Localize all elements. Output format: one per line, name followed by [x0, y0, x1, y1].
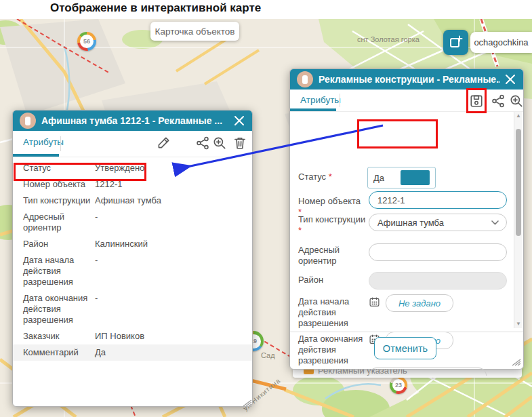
attribute-row: Номер объекта1212-1 — [13, 176, 252, 193]
map-label-settlement: снт Золотая горка — [357, 35, 420, 43]
cluster-marker-56[interactable]: 56 — [77, 32, 96, 51]
zoom-to-icon[interactable] — [509, 94, 524, 108]
tab-underline — [290, 108, 336, 111]
attribute-row: СтатусУтверждено — [13, 160, 252, 176]
object-type-icon — [20, 113, 36, 129]
field-label-date-start: Дата начала действия разрешения — [298, 296, 366, 329]
left-panel-tabbar: Атрибуты — [13, 131, 252, 157]
tab-underline — [13, 154, 59, 157]
edit-form-body: Статус * Да Номер объекта * Тип конструк… — [290, 112, 523, 332]
cancel-button[interactable]: Отменить — [374, 337, 436, 359]
field-label-status: Статус * — [298, 172, 366, 182]
tooltip-object-card: Карточка объектов — [150, 22, 239, 41]
map-label-garden: Сад — [261, 351, 275, 359]
scrollbar[interactable]: ▲ ▼ — [514, 112, 522, 328]
draw-object-button[interactable] — [443, 30, 468, 55]
address-input[interactable] — [369, 243, 507, 261]
object-number-input[interactable] — [369, 191, 507, 209]
date-start-button[interactable]: Не задано — [386, 294, 453, 312]
draw-rect-plus-icon — [449, 35, 463, 49]
field-label-address: Адресный ориентир — [298, 245, 366, 266]
cluster-count: 23 — [392, 379, 405, 391]
attribute-row: Адресный ориентир- — [13, 209, 252, 236]
status-toggle[interactable]: Да — [367, 167, 436, 188]
resize-handle[interactable] — [511, 357, 522, 365]
cluster-count: 56 — [80, 35, 94, 48]
right-panel-title: Рекламные конструкции - Рекламные... — [319, 74, 500, 85]
share-icon[interactable] — [491, 94, 506, 108]
scroll-down-arrow[interactable]: ▼ — [514, 320, 523, 328]
object-type-icon — [297, 71, 313, 87]
tab-attributes[interactable]: Атрибуты — [23, 137, 64, 147]
delete-icon[interactable] — [232, 136, 247, 151]
district-input — [369, 272, 507, 290]
divider — [340, 94, 340, 107]
field-label-construction-type: Тип конструкции * — [298, 214, 366, 236]
edit-icon[interactable] — [156, 136, 171, 151]
close-icon[interactable] — [233, 115, 245, 127]
attribute-row: ЗаказчикИП Новиков — [13, 328, 252, 344]
scroll-up-arrow[interactable]: ▲ — [514, 112, 523, 120]
attribute-row: КомментарийДа — [13, 344, 252, 361]
attribute-row: Дата начала действия разрешения- — [13, 252, 252, 290]
form-footer: Отменить — [290, 332, 523, 369]
chevron-down-icon — [491, 220, 499, 225]
edit-form-panel: Рекламные конструкции - Рекламные... Атр… — [289, 68, 524, 370]
field-label-district: Район — [298, 275, 366, 285]
page-title: Отображение в интерактивной карте — [50, 1, 261, 15]
divider — [60, 136, 61, 151]
right-panel-header: Рекламные конструкции - Рекламные... — [290, 69, 523, 90]
toggle-value: Да — [373, 173, 384, 183]
resize-handle[interactable] — [242, 397, 253, 406]
save-icon[interactable] — [469, 94, 484, 108]
zoom-to-icon[interactable] — [212, 136, 227, 151]
attributes-list: СтатусУтверждено Номер объекта1212-1 Тип… — [13, 160, 252, 361]
tab-attributes[interactable]: Атрибуты — [300, 95, 341, 105]
cluster-marker-23[interactable]: 23 — [390, 376, 407, 394]
account-button[interactable]: ochagochkina — [470, 32, 532, 53]
calendar-icon[interactable] — [369, 296, 380, 308]
attribute-row: Тип конструкцииАфишная тумба — [13, 193, 252, 209]
toggle-switch[interactable] — [401, 170, 430, 185]
attribute-row: РайонКалининский — [13, 236, 252, 252]
share-icon[interactable] — [195, 136, 210, 151]
object-card-panel: Афишная тумба 1212-1 - Рекламные ... Атр… — [12, 110, 253, 407]
left-panel-title: Афишная тумба 1212-1 - Рекламные ... — [41, 115, 229, 126]
close-icon[interactable] — [504, 73, 516, 85]
right-panel-tabbar: Атрибуты — [290, 90, 523, 112]
attribute-row: Дата окончания действия разрешения- — [13, 290, 252, 328]
construction-type-select[interactable]: Афишная тумба — [369, 214, 507, 231]
scrollbar-thumb[interactable] — [516, 129, 521, 236]
left-panel-header: Афишная тумба 1212-1 - Рекламные ... — [13, 111, 252, 131]
